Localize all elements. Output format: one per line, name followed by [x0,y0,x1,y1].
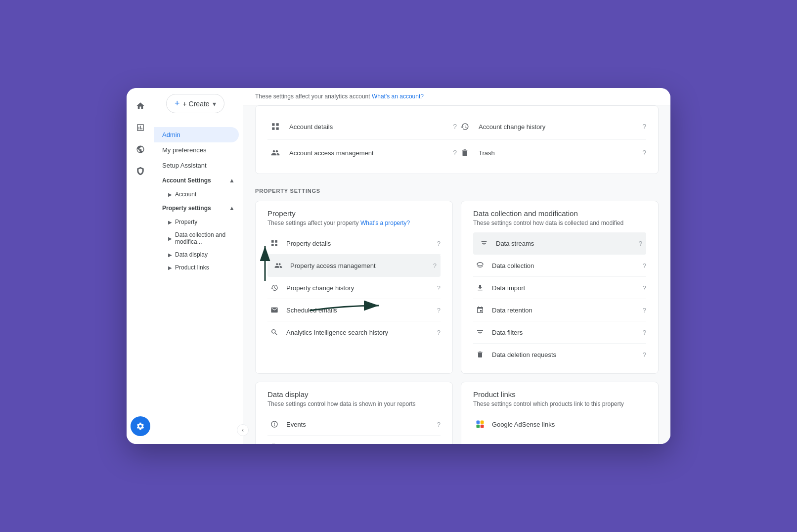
key-events-item[interactable]: Key events ? [267,436,441,444]
help-icon-se[interactable]: ? [437,307,441,314]
account-access-item[interactable]: Account access management ? [267,140,457,166]
preferences-label: My preferences [162,146,207,154]
help-icon-pam[interactable]: ? [433,262,437,269]
data-filters-icon [473,325,487,339]
help-icon-pd[interactable]: ? [437,240,441,247]
sidebar-item-admin[interactable]: Admin [154,127,239,142]
data-retention-icon [473,303,487,317]
google-adsense-label: Google AdSense links [492,421,646,428]
help-icon-ke[interactable]: ? [437,443,441,444]
account-change-history-item[interactable]: Account change history ? [457,114,646,140]
help-icon-dc[interactable]: ? [643,262,646,269]
help-icon-ddr[interactable]: ? [643,351,646,358]
help-icon-ev[interactable]: ? [437,421,441,428]
property-access-item[interactable]: Property access management ? [267,255,441,277]
data-collection-title: Data collection and modification [473,209,646,218]
create-button[interactable]: + + Create ▾ [166,94,224,113]
account-settings-label: Account Settings [162,177,211,184]
help-icon-dr[interactable]: ? [643,307,646,314]
sidebar-item-setup[interactable]: Setup Assistant [154,158,239,173]
analytics-intelligence-icon [267,325,281,339]
plus-icon: + [175,98,180,109]
people-icon [267,145,283,161]
account-details-item[interactable]: Account details ? [267,114,457,140]
data-retention-item[interactable]: Data retention ? [473,299,646,321]
sidebar-item-preferences[interactable]: My preferences [154,142,239,158]
property-card: Property These settings affect your prop… [255,201,453,374]
data-collection-icon [473,259,487,272]
advertising-nav-icon[interactable] [131,161,150,181]
data-deletion-label: Data deletion requests [492,351,643,358]
account-settings-section[interactable]: Account Settings ▲ [154,173,243,188]
help-icon-df[interactable]: ? [643,329,646,336]
product-links-card: Product links These settings control whi… [461,382,659,444]
sidebar-sub-data-collection[interactable]: ▶ Data collection and modifica... [154,228,239,248]
help-icon-ai[interactable]: ? [437,329,441,336]
data-collection-item[interactable]: Data collection ? [473,255,646,277]
scheduled-emails-icon [267,303,281,317]
property-access-label: Property access management [290,262,433,269]
sidebar-sub-product-links[interactable]: ▶ Product links [154,261,239,274]
google-adsense-item[interactable]: Google AdSense links [473,413,646,435]
trash-label: Trash [479,149,638,157]
explore-nav-icon[interactable] [131,139,150,159]
grid-icon [267,119,283,134]
sidebar-sub-property[interactable]: ▶ Property [154,216,239,228]
admin-settings-fab[interactable] [131,416,150,436]
collapse-sidebar-button[interactable]: ‹ [237,424,249,436]
reports-nav-icon[interactable] [131,118,150,137]
svg-rect-1 [481,421,484,424]
setup-label: Setup Assistant [162,162,207,169]
triangle-icon-5: ▶ [168,265,172,270]
property-settings-label: Property settings [162,205,211,212]
property-change-history-item[interactable]: Property change history ? [267,277,441,299]
data-display-title: Data display [267,390,441,399]
account-cards: Account details ? Account change history… [255,105,659,174]
whats-property-link[interactable]: What's a property? [360,220,410,226]
triangle-icon: ▶ [168,192,172,197]
data-deletion-icon [473,348,487,361]
data-display-subtitle: These settings control how data is shown… [267,400,441,407]
property-change-history-label: Property change history [286,284,437,292]
analytics-intelligence-label: Analytics Intelligence search history [286,329,437,336]
svg-rect-3 [481,425,484,428]
property-settings-section[interactable]: Property settings ▲ [154,201,243,216]
help-icon-ds[interactable]: ? [639,240,642,247]
triangle-icon-3: ▶ [168,236,172,241]
data-deletion-item[interactable]: Data deletion requests ? [473,344,646,365]
help-icon-3[interactable]: ? [453,149,457,157]
account-strip-text: These settings affect your analytics acc… [255,93,370,100]
data-filters-label: Data filters [492,329,643,336]
data-retention-label: Data retention [492,307,643,314]
events-item[interactable]: Events ? [267,413,441,436]
sidebar-sub-account[interactable]: ▶ Account [154,188,239,201]
help-icon-di[interactable]: ? [643,284,646,292]
scheduled-emails-item[interactable]: Scheduled emails ? [267,299,441,321]
account-sub-label: Account [175,191,196,198]
property-details-item[interactable]: Property details ? [267,232,441,255]
account-settings-chevron: ▲ [229,177,235,184]
property-access-icon [271,259,285,272]
sidebar-sub-data-display[interactable]: ▶ Data display [154,248,239,261]
data-streams-item[interactable]: Data streams ? [473,232,646,255]
property-sub-label: Property [175,219,197,225]
scheduled-emails-label: Scheduled emails [286,307,437,314]
whats-account-link[interactable]: What's an account? [372,93,424,100]
help-icon-4[interactable]: ? [642,149,646,157]
property-card-subtitle: These settings affect your property What… [267,220,441,226]
data-import-item[interactable]: Data import ? [473,277,646,299]
svg-rect-2 [477,425,480,428]
events-label: Events [286,421,437,428]
analytics-intelligence-item[interactable]: Analytics Intelligence search history ? [267,321,441,343]
data-collection-subtitle: These settings control how data is colle… [473,220,646,226]
sidebar-icons [127,88,154,444]
help-icon-pch[interactable]: ? [437,284,441,292]
property-details-label: Property details [286,240,437,247]
home-nav-icon[interactable] [131,96,150,116]
help-icon-1[interactable]: ? [453,123,457,131]
product-links-sub-label: Product links [175,264,209,271]
help-icon-2[interactable]: ? [642,123,646,131]
data-streams-label: Data streams [496,240,639,247]
trash-item[interactable]: Trash ? [457,140,646,166]
data-filters-item[interactable]: Data filters ? [473,321,646,344]
